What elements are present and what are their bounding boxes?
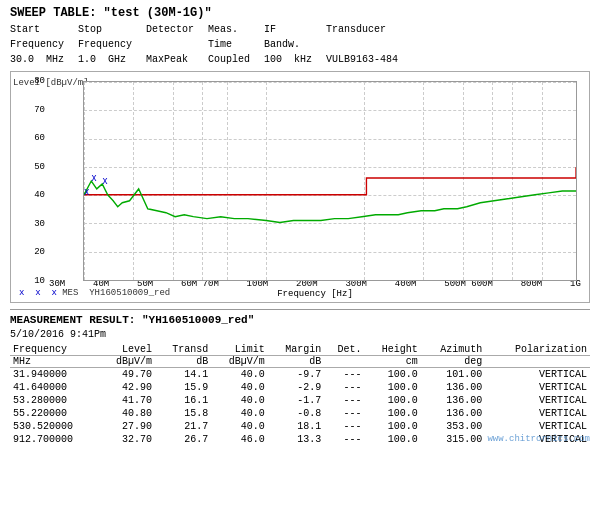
cell-5-0: 912.700000 [10,433,99,446]
col-hdr-det: Det. [324,344,364,356]
col-sub-frequency: MHz [10,356,99,368]
col-subheader-if: Bandw. [264,37,326,52]
cell-1-6: 100.0 [364,381,420,394]
cell-4-1: 27.90 [99,420,155,433]
col-hdr-polarization: Polarization [485,344,590,356]
col-sub-det [324,356,364,368]
svg-text:x: x [102,175,108,186]
y-tick-80: 80 [34,76,45,86]
chart-container: Level [dBµV/m] 80 70 60 50 40 30 20 10 [10,71,590,303]
table-row: 41.64000042.9015.940.0-2.9---100.0136.00… [10,381,590,394]
col-header-meas: Meas. [208,22,264,37]
chart-x-title: Frequency [Hz] [49,289,581,299]
svg-text:x: x [91,172,97,183]
measurement-table: Frequency Level Transd Limit Margin Det.… [10,344,590,446]
cell-2-1: 41.70 [99,394,155,407]
cell-2-6: 100.0 [364,394,420,407]
y-tick-10: 10 [34,276,45,286]
col-sub-level: dBµV/m [99,356,155,368]
cell-1-7: 136.00 [421,381,485,394]
col-sub-azimuth: deg [421,356,485,368]
y-tick-70: 70 [34,105,45,115]
y-tick-50: 50 [34,162,45,172]
cell-2-0: 53.280000 [10,394,99,407]
cell-4-3: 40.0 [211,420,267,433]
cell-1-0: 41.640000 [10,381,99,394]
cell-5-5: --- [324,433,364,446]
cell-4-2: 21.7 [155,420,211,433]
cell-1-5: --- [324,381,364,394]
col-sub-margin: dB [268,356,324,368]
cell-1-2: 15.9 [155,381,211,394]
cell-2-4: -1.7 [268,394,324,407]
cell-3-4: -0.8 [268,407,324,420]
y-tick-60: 60 [34,133,45,143]
table-row: 530.52000027.9021.740.018.1---100.0353.0… [10,420,590,433]
col-hdr-margin: Margin [268,344,324,356]
table-row: 31.94000049.7014.140.0-9.7---100.0101.00… [10,368,590,382]
cell-4-5: --- [324,420,364,433]
cell-3-5: --- [324,407,364,420]
table-row: 53.28000041.7016.140.0-1.7---100.0136.00… [10,394,590,407]
cell-2-7: 136.00 [421,394,485,407]
cell-5-2: 26.7 [155,433,211,446]
cell-0-4: -9.7 [268,368,324,382]
cell-2-3: 40.0 [211,394,267,407]
cell-5-7: 315.00 [421,433,485,446]
chart-green-line: x x x [84,82,576,280]
col-hdr-azimuth: Azimuth [421,344,485,356]
cell-2-2: 16.1 [155,394,211,407]
cell-3-2: 15.8 [155,407,211,420]
col-val-stop: 1.0 GHz [78,52,146,67]
cell-5-1: 32.70 [99,433,155,446]
col-sub-limit: dBµV/m [211,356,267,368]
measurement-datetime: 5/10/2016 9:41Pm [10,329,590,340]
col-hdr-level: Level [99,344,155,356]
sweep-title: SWEEP TABLE: "test (30M-1G)" [10,6,590,20]
svg-text:x: x [84,185,90,196]
col-subheader-stop: Frequency [78,37,146,52]
cell-0-6: 100.0 [364,368,420,382]
cell-3-8: VERTICAL [485,407,590,420]
cell-3-0: 55.220000 [10,407,99,420]
table-row: 55.22000040.8015.840.0-0.8---100.0136.00… [10,407,590,420]
measurement-section: MEASUREMENT RESULT: "YH160510009_red" 5/… [10,309,590,446]
watermark: www.chitrornics.com [487,434,590,444]
y-tick-20: 20 [34,247,45,257]
col-sub-transd: dB [155,356,211,368]
x-tick-30m: 30M [49,279,65,289]
cell-0-3: 40.0 [211,368,267,382]
cell-5-4: 13.3 [268,433,324,446]
y-tick-30: 30 [34,219,45,229]
col-val-start: 30.0 MHz [10,52,78,67]
cell-3-7: 136.00 [421,407,485,420]
cell-2-8: VERTICAL [485,394,590,407]
col-subheader-start: Frequency [10,37,78,52]
col-subheader-transducer [326,37,412,52]
col-hdr-limit: Limit [211,344,267,356]
cell-4-8: VERTICAL [485,420,590,433]
cell-5-6: 100.0 [364,433,420,446]
col-hdr-height: Height [364,344,420,356]
cell-0-1: 49.70 [99,368,155,382]
col-val-if: 100 kHz [264,52,326,67]
grid-h-10 [84,280,576,281]
cell-0-2: 14.1 [155,368,211,382]
cell-1-4: -2.9 [268,381,324,394]
col-val-detector: MaxPeak [146,52,208,67]
cell-1-1: 42.90 [99,381,155,394]
cell-0-8: VERTICAL [485,368,590,382]
chart-area: x x x [83,81,577,281]
col-header-detector: Detector [146,22,208,37]
col-sub-height: cm [364,356,420,368]
col-subheader-meas: Time [208,37,264,52]
y-tick-40: 40 [34,190,45,200]
measurement-title: MEASUREMENT RESULT: "YH160510009_red" [10,314,590,326]
col-header-transducer: Transducer [326,22,412,37]
col-hdr-frequency: Frequency [10,344,99,356]
cell-5-3: 46.0 [211,433,267,446]
cell-4-6: 100.0 [364,420,420,433]
col-val-transducer: VULB9163-484 [326,52,412,67]
col-sub-polarization [485,356,590,368]
cell-3-1: 40.80 [99,407,155,420]
